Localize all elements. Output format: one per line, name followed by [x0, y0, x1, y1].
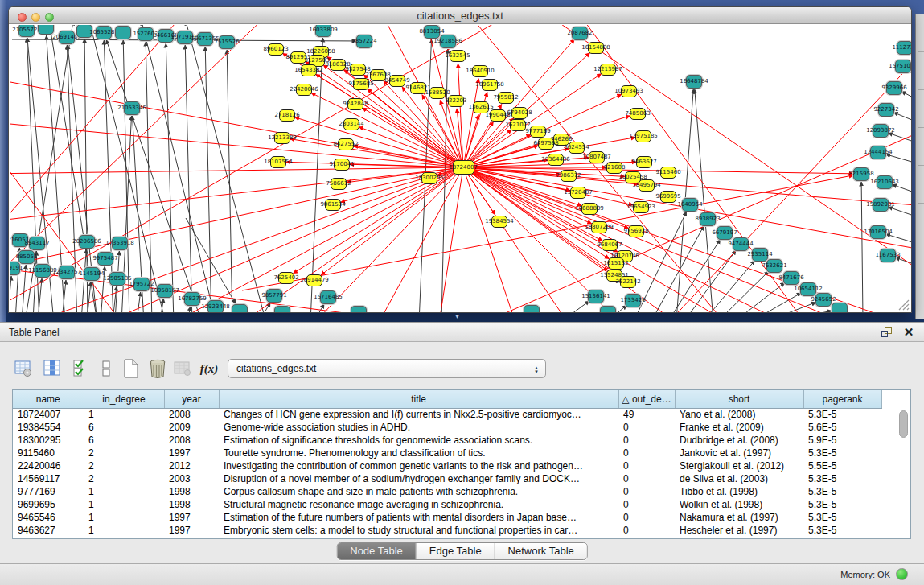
- graph-node-cited[interactable]: 9463627: [636, 156, 652, 168]
- graph-node-cited[interactable]: 10973493: [621, 85, 637, 97]
- graph-node-cited[interactable]: 22420046: [296, 84, 312, 96]
- graph-node[interactable]: 11156889: [35, 264, 51, 278]
- citation-edge-outgoing[interactable]: [10, 122, 463, 167]
- graph-node[interactable]: 1112734: [897, 41, 911, 55]
- graph-node-cited[interactable]: 1990448: [490, 109, 506, 122]
- graph-node-cited[interactable]: 7955812: [498, 92, 514, 104]
- float-panel-icon[interactable]: [881, 326, 895, 339]
- graph-node-cited[interactable]: 20364436: [548, 154, 564, 166]
- citation-edge[interactable]: [560, 301, 589, 312]
- graph-node-cited[interactable]: 10961758: [482, 79, 498, 91]
- graph-node-cited[interactable]: 12213389: [274, 132, 290, 144]
- graph-node[interactable]: 10654112: [800, 282, 816, 296]
- show-column-icon[interactable]: [42, 358, 63, 379]
- graph-node[interactable]: 9227342: [878, 103, 894, 117]
- graph-node-cited[interactable]: 1615132: [608, 257, 624, 270]
- table-scrollbar-thumb[interactable]: [899, 410, 908, 438]
- graph-node[interactable]: 15892931: [873, 198, 889, 212]
- graph-node-cited[interactable]: 9699695: [660, 191, 676, 203]
- graph-node[interactable]: 1167533: [880, 249, 896, 262]
- citation-edge[interactable]: [142, 25, 216, 312]
- graph-node-cited[interactable]: 9242848: [347, 98, 363, 110]
- graph-node[interactable]: 16782759: [184, 292, 200, 306]
- table-settings-icon[interactable]: [13, 358, 34, 379]
- graph-node[interactable]: 12093872: [873, 124, 889, 138]
- graph-node[interactable]: 15136141: [588, 290, 604, 303]
- graph-node-cited[interactable]: 2803144: [343, 118, 359, 130]
- citation-edge[interactable]: [146, 42, 152, 312]
- table-row[interactable]: 946554611997Estimation of the future num…: [13, 511, 881, 524]
- graph-node[interactable]: 7515526: [219, 35, 235, 49]
- graph-node-cited[interactable]: 18640910: [472, 65, 488, 77]
- citation-edge[interactable]: [910, 71, 911, 81]
- graph-node[interactable]: [232, 304, 248, 313]
- graph-node-cited[interactable]: 18724007: [453, 160, 474, 175]
- graph-node-cited[interactable]: 6497568: [538, 138, 554, 150]
- graph-node[interactable]: 9857791: [266, 289, 282, 303]
- graph-node-cited[interactable]: 9170041: [334, 159, 350, 171]
- citation-edge[interactable]: [160, 299, 163, 312]
- citation-edge[interactable]: [310, 38, 323, 312]
- graph-node-cited[interactable]: 19384554: [491, 216, 507, 228]
- graph-node-cited[interactable]: 7586612: [331, 178, 347, 190]
- graph-node-cited[interactable]: 9061534: [325, 199, 341, 211]
- citation-edge[interactable]: [888, 207, 911, 220]
- graph-node-cited[interactable]: 7986372: [561, 170, 577, 182]
- graph-node[interactable]: 20691406: [59, 31, 75, 44]
- citation-edge-outgoing[interactable]: [363, 108, 463, 167]
- graph-node-cited[interactable]: 9146821: [410, 82, 426, 94]
- graph-node[interactable]: 12444154: [870, 146, 886, 159]
- graph-node-cited[interactable]: 19654923: [633, 201, 649, 213]
- tab-network-table[interactable]: Network Table: [495, 543, 587, 559]
- graph-node-cited[interactable]: 9777169: [530, 126, 546, 138]
- citation-edge[interactable]: [187, 307, 191, 312]
- citation-edge[interactable]: [10, 276, 11, 312]
- citation-edge[interactable]: [186, 25, 266, 312]
- citation-edge-outgoing[interactable]: [311, 93, 463, 167]
- memory-ok-indicator-icon[interactable]: [896, 568, 908, 580]
- graph-node[interactable]: 1145194: [84, 267, 100, 281]
- graph-node[interactable]: 15751074: [895, 60, 911, 73]
- table-scrollbar[interactable]: [899, 410, 908, 538]
- column-header-pagerank[interactable]: pagerank: [803, 390, 881, 408]
- column-header-short[interactable]: short: [675, 390, 803, 408]
- table-row[interactable]: 2242004622012Investigating the contribut…: [13, 459, 881, 472]
- table-row[interactable]: 1456911722003Disruption of a novel membe…: [13, 472, 881, 485]
- window-titlebar[interactable]: citations_edges.txt: [9, 7, 911, 24]
- graph-node-cited[interactable]: 18107554: [270, 156, 286, 168]
- graph-node-cited[interactable]: 7485063: [630, 108, 646, 120]
- citation-edge[interactable]: [89, 25, 166, 312]
- graph-node-cited[interactable]: 15720407: [570, 187, 586, 199]
- window-resize-grip[interactable]: [897, 298, 910, 311]
- citation-edge[interactable]: [185, 45, 192, 312]
- tab-edge-table[interactable]: Edge Table: [417, 543, 495, 559]
- graph-node-cited[interactable]: 9684067: [602, 239, 618, 251]
- graph-node-cited[interactable]: 18495794: [639, 179, 655, 192]
- delete-table-icon[interactable]: [147, 358, 168, 379]
- citation-edge-outgoing[interactable]: [174, 167, 463, 312]
- graph-node-cited[interactable]: 18300295: [421, 172, 437, 184]
- close-panel-icon[interactable]: ✕: [901, 326, 916, 339]
- graph-node[interactable]: 1795722: [133, 278, 150, 291]
- graph-node[interactable]: [274, 306, 290, 313]
- graph-node[interactable]: 10958187: [157, 284, 173, 298]
- citation-edge-outgoing[interactable]: [463, 167, 568, 312]
- graph-node[interactable]: 8471676: [783, 271, 799, 285]
- graph-node[interactable]: 21055724: [18, 25, 35, 37]
- graph-node-cited[interactable]: 621608: [606, 162, 622, 174]
- graph-node-cited[interactable]: 6794028: [511, 107, 528, 119]
- graph-node[interactable]: 6679197: [717, 226, 733, 240]
- citation-edge-outgoing[interactable]: [379, 167, 463, 312]
- citation-edge[interactable]: [861, 182, 863, 312]
- graph-node-cited[interactable]: 7625402: [278, 272, 294, 284]
- network-canvas[interactable]: 2105572420691406106552871527602846616010…: [10, 25, 911, 312]
- citation-edge[interactable]: [901, 92, 911, 104]
- citation-edge[interactable]: [886, 154, 911, 166]
- graph-node-cited[interactable]: 1621072: [510, 119, 526, 131]
- graph-node[interactable]: 16671355: [197, 32, 213, 46]
- graph-node[interactable]: 17353918: [112, 237, 128, 250]
- graph-node[interactable]: [351, 306, 367, 313]
- graph-node[interactable]: 16033809: [315, 25, 331, 37]
- graph-node[interactable]: 12342757: [59, 266, 75, 279]
- graph-node[interactable]: 16210643: [877, 175, 893, 189]
